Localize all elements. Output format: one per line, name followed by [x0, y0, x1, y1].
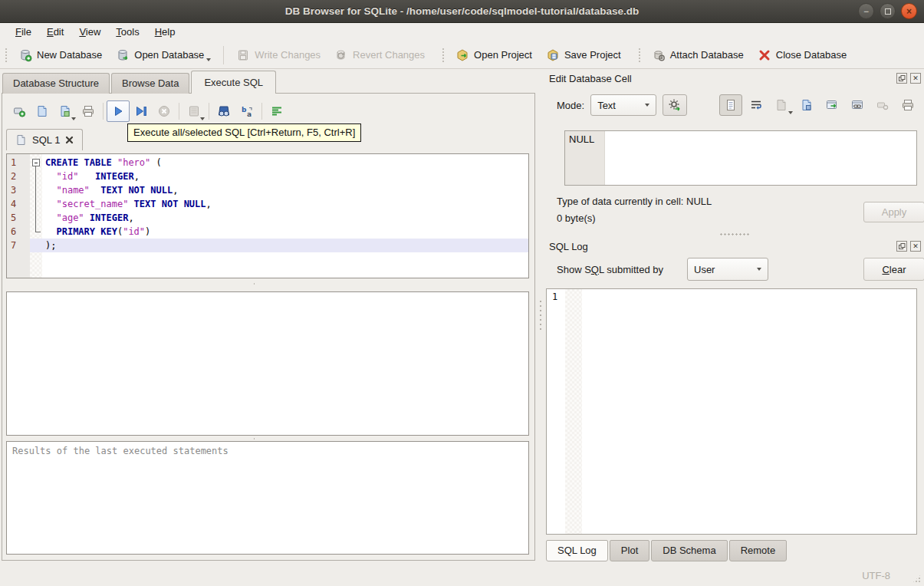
sql-code-editor[interactable]: 1CREATE TABLE "hero" (2 "id" INTEGER,3 "… — [6, 153, 529, 278]
code-line[interactable]: 7); — [7, 239, 528, 252]
menu-file[interactable]: File — [8, 25, 39, 40]
toolbar-grip[interactable] — [637, 47, 641, 64]
menu-tools[interactable]: Tools — [108, 25, 146, 40]
vertical-splitter[interactable] — [537, 69, 544, 564]
sql-file-tab-bar: SQL 1 — [6, 129, 83, 150]
open-sql-file-icon — [35, 104, 49, 118]
attach-database-label: Attach Database — [670, 49, 744, 61]
horizontal-splitter[interactable] — [719, 232, 750, 236]
cell-editor[interactable]: NULL — [564, 130, 917, 186]
results-message-area[interactable]: Results of the last executed statements — [6, 441, 529, 555]
set-null-icon — [876, 98, 889, 112]
open-project-icon — [455, 48, 469, 62]
code-line[interactable]: 3 "name" TEXT NOT NULL, — [7, 183, 528, 197]
export-results-button[interactable] — [182, 100, 206, 122]
tab-close-icon[interactable] — [65, 136, 74, 144]
toolbar-grip[interactable] — [4, 47, 8, 64]
tab-db-schema[interactable]: DB Schema — [651, 540, 727, 561]
filter-select-caret — [757, 268, 761, 271]
right-pane: Edit Database Cell ✕ Mode: Text — [544, 69, 924, 564]
tab-execute-sql[interactable]: Execute SQL — [191, 71, 276, 94]
new-sql-tab-button[interactable] — [8, 100, 31, 122]
open-project-button[interactable]: Open Project — [449, 45, 539, 65]
clear-button[interactable]: Clear — [863, 258, 924, 281]
cell-size-info: 0 byte(s) — [557, 212, 596, 224]
save-sql-file-button[interactable] — [54, 100, 77, 122]
new-database-button[interactable]: New Database — [12, 45, 109, 65]
execute-all-button[interactable] — [107, 100, 130, 122]
dock-float-button[interactable] — [896, 73, 907, 84]
menu-help[interactable]: Help — [147, 25, 183, 40]
minimize-icon: − — [863, 7, 869, 16]
sql-file-tab[interactable]: SQL 1 — [6, 129, 83, 150]
tab-plot[interactable]: Plot — [610, 540, 649, 561]
menu-edit[interactable]: Edit — [39, 25, 71, 40]
import-cell-button[interactable] — [770, 94, 793, 116]
export-cell-button[interactable] — [795, 94, 818, 116]
set-null-button[interactable] — [871, 94, 894, 116]
code-line[interactable]: 6 PRIMARY KEY("id") — [7, 225, 528, 239]
save-project-button[interactable]: Save Project — [539, 45, 628, 65]
revert-changes-label: Revert Changes — [353, 49, 425, 61]
revert-changes-button[interactable]: Revert Changes — [327, 45, 432, 65]
log-fold-margin — [565, 289, 582, 534]
code-line[interactable]: 1CREATE TABLE "hero" ( — [7, 156, 528, 170]
results-grid[interactable] — [6, 291, 529, 436]
find-button[interactable] — [212, 100, 235, 122]
code-line[interactable]: 4 "secret_name" TEXT NOT NULL, — [7, 197, 528, 211]
save-sql-dropdown-caret[interactable] — [71, 117, 76, 120]
tab-database-structure[interactable]: Database Structure — [2, 73, 110, 94]
open-database-button[interactable]: Open Database — [109, 45, 218, 65]
open-database-dropdown-caret[interactable] — [206, 58, 211, 61]
apply-button[interactable]: Apply — [863, 202, 924, 222]
line-number: 3 — [7, 183, 30, 197]
minimize-button[interactable]: − — [858, 3, 874, 19]
new-database-icon — [18, 48, 32, 62]
toolbar-grip[interactable] — [441, 47, 445, 64]
find-replace-button[interactable]: ba — [235, 100, 258, 122]
horizontal-splitter[interactable] — [6, 281, 529, 286]
attach-database-button[interactable]: Attach Database — [645, 45, 751, 65]
main-tab-bar: Database Structure Browse Data Execute S… — [2, 71, 278, 94]
menu-view[interactable]: View — [71, 25, 108, 40]
open-database-icon — [116, 48, 130, 62]
new-database-label: New Database — [37, 49, 102, 61]
auto-apply-button[interactable] — [663, 94, 687, 116]
mode-select[interactable]: Text — [590, 94, 656, 116]
link-cell-button[interactable] — [846, 94, 869, 116]
close-database-button[interactable]: Close Database — [751, 45, 854, 65]
resize-grip[interactable] — [912, 574, 922, 584]
export-results-dropdown-caret[interactable] — [200, 117, 205, 120]
dock-float-button[interactable] — [896, 241, 907, 252]
stop-execution-button[interactable] — [153, 100, 176, 122]
open-sql-file-button[interactable] — [31, 100, 54, 122]
splitter-handle[interactable] — [539, 299, 542, 333]
tab-remote[interactable]: Remote — [729, 540, 788, 561]
tab-browse-data[interactable]: Browse Data — [111, 73, 189, 94]
dock-close-button[interactable]: ✕ — [910, 241, 921, 252]
auto-format-button[interactable] — [265, 100, 288, 122]
code-line[interactable]: 2 "id" INTEGER, — [7, 170, 528, 183]
open-external-button[interactable] — [820, 94, 843, 116]
filter-value: User — [694, 264, 715, 275]
dock-close-button[interactable]: ✕ — [910, 73, 921, 84]
maximize-button[interactable] — [880, 3, 896, 19]
fold-marker[interactable] — [30, 156, 42, 170]
print-cell-button[interactable] — [896, 94, 919, 116]
execute-current-line-button[interactable] — [130, 100, 153, 122]
write-changes-button[interactable]: Write Changes — [229, 45, 327, 65]
code-line[interactable]: 5 "age" INTEGER, — [7, 211, 528, 225]
sql-editor-toolbar: ba — [8, 100, 288, 123]
text-mode-button[interactable] — [719, 94, 742, 116]
titlebar[interactable]: DB Browser for SQLite - /home/user/code/… — [0, 0, 924, 23]
tab-sql-log[interactable]: SQL Log — [546, 540, 608, 561]
sql-log-view[interactable]: 1 — [546, 288, 917, 535]
import-cell-icon — [774, 98, 788, 112]
filter-select[interactable]: User — [687, 258, 768, 281]
close-button[interactable]: × — [901, 3, 917, 19]
open-external-icon — [825, 98, 839, 112]
print-sql-button[interactable] — [77, 100, 100, 122]
word-wrap-button[interactable] — [745, 94, 768, 116]
cell-type-info: Type of data currently in cell: NULL — [557, 196, 712, 207]
edit-cell-dock-header: Edit Database Cell ✕ — [549, 71, 921, 85]
